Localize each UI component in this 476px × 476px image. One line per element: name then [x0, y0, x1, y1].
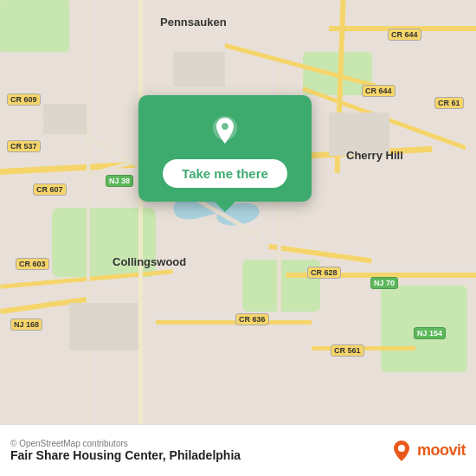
- map-view: Pennsauken Cherry Hill Collingswood CR 6…: [0, 0, 476, 424]
- park-area: [242, 260, 320, 312]
- badge-nj38: NJ 38: [106, 175, 133, 187]
- badge-cr607: CR 607: [33, 183, 67, 196]
- road-cr561: [312, 346, 415, 351]
- location-name-label: Fair Share Housing Center, Philadelphia: [10, 448, 241, 462]
- map-label-pennsauken: Pennsauken: [160, 16, 227, 29]
- bottom-bar: © OpenStreetMap contributors Fair Share …: [0, 424, 476, 476]
- badge-cr61: CR 61: [434, 97, 464, 109]
- popup-card: Take me there: [138, 95, 312, 202]
- road-vertical-minor: [138, 0, 143, 424]
- badge-cr537: CR 537: [7, 140, 41, 152]
- road-cr644: [329, 26, 476, 31]
- park-area: [0, 0, 69, 52]
- urban-block: [69, 303, 138, 351]
- moovit-logo: moovit: [389, 439, 466, 463]
- take-me-there-button[interactable]: Take me there: [163, 159, 287, 188]
- location-pin-icon: [206, 113, 244, 151]
- svg-point-1: [398, 445, 405, 452]
- park-area: [381, 286, 467, 372]
- map-attribution: © OpenStreetMap contributors: [10, 439, 241, 448]
- urban-block: [329, 113, 389, 156]
- moovit-text: moovit: [417, 441, 466, 460]
- road-cr636: [156, 320, 312, 325]
- road-minor: [87, 0, 90, 424]
- moovit-pin-icon: [389, 439, 414, 463]
- urban-block: [173, 52, 225, 87]
- badge-nj168: NJ 168: [10, 318, 42, 331]
- road-nj70: [286, 273, 476, 278]
- urban-block: [43, 104, 87, 134]
- bottom-left-info: © OpenStreetMap contributors Fair Share …: [10, 439, 241, 462]
- badge-cr603: CR 603: [16, 258, 49, 270]
